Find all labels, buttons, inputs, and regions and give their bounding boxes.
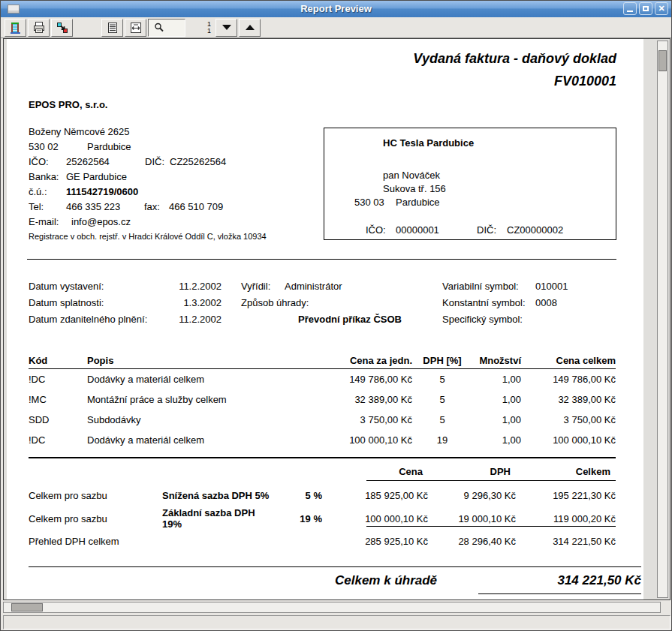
report-preview-window: Report Preview ✕ 1 1 [0,0,672,631]
handling-block: Vyřídil: Administrátor Způsob úhrady: Př… [241,278,402,327]
vat-row-label: Celkem pro sazbu [29,513,162,524]
customer-ico: 00000001 [396,224,477,236]
payment-method: Převodní příkaz ČSOB [298,314,402,325]
vat-rate: 5 % [273,490,322,501]
item-qty: 1,00 [472,394,521,405]
print-button[interactable] [28,19,50,37]
date-row: Datum splatnosti: 1.3.2002 [29,294,221,311]
vat-summary-header: Cena DPH Celkem [29,462,616,480]
vat-rate-name: Základní sazba DPH 19% [162,507,273,530]
vat-summary-total: 314 221,50 Kč [516,536,616,547]
horizontal-scrollbar-thumb[interactable] [11,603,43,611]
date-value: 1.3.2002 [158,297,221,308]
item-row: !DC Dodávky a materiál celkem 100 000,10… [29,430,616,450]
vat-summary-label: Přehled DPH celkem [29,536,162,547]
vat-row-label: Celkem pro sazbu [29,490,162,501]
bank-name: GE Pardubice [66,171,127,182]
tel-label: Tel: [29,201,66,212]
item-unit-price: 3 750,00 Kč [297,414,412,425]
exit-button[interactable] [5,19,26,37]
vat-total: 195 221,30 Kč [516,490,616,501]
item-row: !MC Montážní práce a služby celkem 32 38… [29,389,616,410]
status-bar [3,615,670,629]
item-vat: 5 [412,374,472,385]
horizontal-scrollbar[interactable] [3,602,661,613]
customer-name: HC Tesla Pardubice [383,137,474,149]
vat-base: 185 925,00 Kč [322,490,428,501]
payment-row: Způsob úhrady: [241,294,402,311]
date-label: Datum splatnosti: [29,297,158,308]
minimize-button[interactable] [623,2,637,15]
col-header: Kód [29,355,87,366]
zoom-button[interactable] [148,19,185,37]
customer-city-line: 530 03Pardubice [354,197,440,208]
vat-summary-base: 285 925,10 Kč [322,536,428,547]
issuer-row: Vyřídil: Administrátor [241,278,402,294]
maximize-button[interactable] [639,2,652,15]
divider [366,480,616,481]
vat-rate-row: Celkem pro sazbu Základní sazba DPH 19% … [29,507,616,525]
supplier-name: EPOS PRO, s.r.o. [29,99,107,110]
vat-amount: 9 296,30 Kč [428,490,516,501]
customer-zip: 530 03 [354,197,396,208]
symbols-block: Variabilní symbol: 010001 Konstantní sym… [442,278,568,327]
divider [366,526,616,527]
item-code: !MC [29,394,87,405]
titlebar[interactable]: Report Preview ✕ [1,1,671,17]
col-header: Cena za jedn. [297,355,412,366]
symbol-row: Konstantní symbol: 0008 [442,294,568,311]
customer-city: Pardubice [396,197,440,208]
document-number: FV010001 [554,74,616,89]
maximize-icon [643,6,649,11]
supplier-city: Pardubice [87,141,131,152]
divider [29,566,641,567]
symbol-value: 010001 [535,281,568,292]
symbol-row: Specifický symbol: [442,311,568,327]
next-page-button[interactable] [215,19,237,37]
item-code: !DC [29,374,87,385]
supplier-ico-label: IČO: [29,156,66,167]
payment-label: Způsob úhrady: [241,297,309,308]
symbol-label: Variabilní symbol: [442,281,535,292]
close-button[interactable]: ✕ [655,2,668,15]
customer-contact: pan Nováček [383,170,440,181]
vat-summary-total-row: Přehled DPH celkem 285 925,10 Kč 28 296,… [29,532,616,550]
item-code: !DC [29,434,87,446]
printer-icon [32,21,46,35]
vat-col-header: Celkem [516,466,616,477]
door-exit-icon [9,21,23,35]
supplier-account-line: č.ú.: 111542719/0600 [29,184,267,199]
supplier-city-line: 530 02 Pardubice [29,139,267,154]
item-description: Subdodávky [87,414,297,425]
item-vat: 5 [412,414,472,425]
item-unit-price: 32 389,00 Kč [297,394,412,405]
export-icon [56,21,69,35]
export-button[interactable] [51,19,73,37]
fit-page-button[interactable] [101,19,123,37]
fax-number: 466 510 709 [169,201,223,212]
item-code: SDD [29,414,87,425]
fit-width-icon [129,21,143,35]
preview-viewport: Vydaná faktura - daňový doklad FV010001 … [3,38,670,600]
customer-dic: CZ00000002 [507,224,563,236]
item-qty: 1,00 [472,374,521,385]
vat-col-header: DPH [428,466,516,477]
item-qty: 1,00 [472,414,521,425]
payment-method-row: Převodní příkaz ČSOB [241,311,402,327]
prev-page-button[interactable] [239,19,261,37]
window-controls: ✕ [623,2,668,15]
vat-base: 100 000,10 Kč [322,513,428,524]
vertical-scrollbar[interactable] [657,41,668,598]
item-total: 32 389,00 Kč [521,394,616,405]
fit-width-button[interactable] [125,19,146,37]
date-value: 11.2.2002 [158,281,221,292]
customer-street: Sukova tř. 156 [383,183,446,194]
magnifier-icon [153,22,165,34]
supplier-ids-line: IČO: 25262564 DIČ: CZ25262564 [29,154,267,169]
email-label: E-mail: [29,216,71,227]
issuer-value: Administrátor [285,281,342,292]
document-title: Vydaná faktura - daňový doklad [413,51,616,67]
issuer-label: Vyřídil: [241,281,285,292]
page-indicator: 1 1 [193,21,211,35]
vertical-scrollbar-thumb[interactable] [658,50,667,71]
